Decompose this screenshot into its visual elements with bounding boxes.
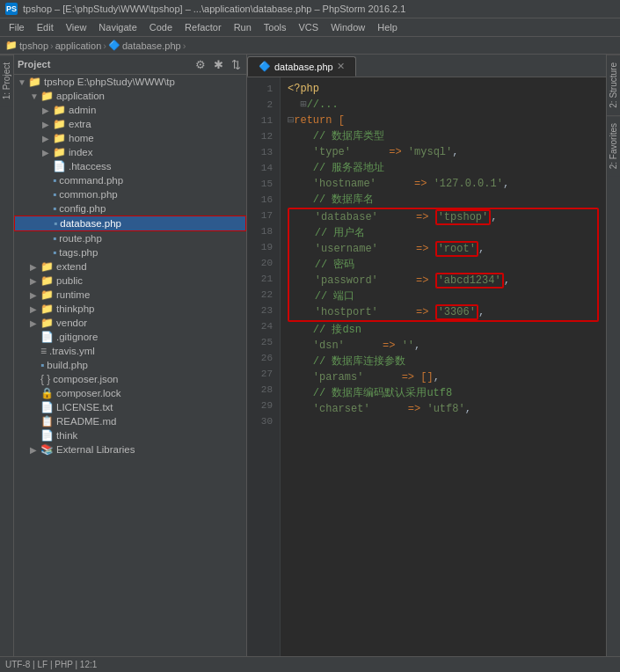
- line-number: 13: [254, 144, 273, 160]
- tree-item[interactable]: ▼📁application: [14, 89, 246, 103]
- tree-item[interactable]: ▶📚External Libraries: [14, 442, 246, 457]
- tree-item[interactable]: ▶📁extra: [14, 117, 246, 131]
- code-line: ⊟return [: [288, 113, 599, 128]
- project-tab-label[interactable]: 1: Project: [0, 55, 13, 106]
- sort-icon[interactable]: ⇅: [229, 57, 243, 71]
- menu-item-code[interactable]: Code: [144, 20, 178, 34]
- tree-item[interactable]: 📄.htaccess: [14, 159, 246, 173]
- arrow-op: =>: [416, 211, 428, 223]
- tree-item[interactable]: 🔒composer.lock: [14, 386, 246, 400]
- tree-item-icon: 📚: [40, 443, 54, 456]
- tree-item[interactable]: ▼📁tpshop E:\phpStudy\WWW\tp: [14, 75, 246, 89]
- arrow-op: =>: [402, 371, 414, 383]
- tree-item[interactable]: ▶📁public: [14, 274, 246, 288]
- tree-item[interactable]: ≡.travis.yml: [14, 344, 246, 358]
- breadcrumb-root[interactable]: tpshop: [19, 40, 48, 51]
- tree-item[interactable]: ▶📁vendor: [14, 316, 246, 330]
- comma: ,: [465, 403, 471, 415]
- tree-item[interactable]: ▶📁index: [14, 145, 246, 159]
- tree-item-label: composer.json: [53, 374, 118, 384]
- return-keyword: return: [294, 114, 332, 127]
- menu-item-file[interactable]: File: [4, 20, 30, 34]
- menu-item-view[interactable]: View: [61, 20, 92, 34]
- tab-close-icon[interactable]: ✕: [337, 61, 345, 72]
- tree-item-icon: 📄: [40, 331, 54, 343]
- line-number: 26: [254, 350, 273, 366]
- breadcrumb-file[interactable]: database.php: [122, 40, 181, 51]
- code-line: ⊞//...: [288, 97, 599, 113]
- tab-database-php[interactable]: 🔷 database.php ✕: [247, 56, 356, 77]
- tree-item[interactable]: { }composer.json: [14, 372, 246, 386]
- tree-item-label: common.php: [59, 189, 117, 200]
- tree-item-label: runtime: [56, 289, 90, 300]
- tree-item-icon: 📁: [40, 90, 54, 102]
- line-number: 28: [254, 382, 273, 398]
- comment-text: // 数据库类型: [313, 130, 385, 142]
- key-string: 'dsn': [313, 340, 345, 352]
- code-editor[interactable]: <?php ⊞//...⊟return [ // 数据库类型 'type' =>…: [281, 77, 606, 656]
- tree-item[interactable]: ▶📁admin: [14, 103, 246, 117]
- string-value: 'mysql': [408, 146, 452, 158]
- code-line: // 密码: [289, 257, 597, 273]
- tree-item-label: index: [69, 147, 93, 157]
- highlighted-value: 'tpshop': [435, 209, 492, 225]
- comma: ,: [434, 371, 440, 383]
- tree-item[interactable]: 📋README.md: [14, 414, 246, 428]
- breadcrumb-folder[interactable]: application: [55, 40, 102, 51]
- tree-item-icon: 🔒: [40, 387, 54, 399]
- tree-item[interactable]: ▶📁extend: [14, 259, 246, 274]
- menu-item-help[interactable]: Help: [372, 20, 403, 34]
- line-number: 27: [254, 366, 273, 382]
- tree-item[interactable]: ▪route.php: [14, 231, 246, 245]
- project-toolbar: Project ⚙ ✱ ⇅: [14, 55, 246, 75]
- tree-item-label: think: [56, 430, 77, 441]
- side-tabs-left: 1: Project: [0, 55, 14, 656]
- menu-item-refactor[interactable]: Refactor: [179, 20, 227, 34]
- tree-item[interactable]: ▪config.php: [14, 201, 246, 215]
- menu-item-window[interactable]: Window: [325, 20, 370, 34]
- line-number: 14: [254, 160, 273, 176]
- tree-item[interactable]: 📄LICENSE.txt: [14, 400, 246, 414]
- menu-item-edit[interactable]: Edit: [32, 20, 59, 34]
- key-string: 'database': [315, 211, 378, 223]
- tree-item[interactable]: ▪tags.php: [14, 245, 246, 259]
- menu-item-vcs[interactable]: VCS: [294, 20, 325, 34]
- comma: ,: [503, 178, 509, 190]
- settings-icon[interactable]: ⚙: [193, 57, 208, 71]
- line-number: 18: [254, 223, 273, 239]
- tree-item-icon: 📁: [53, 118, 66, 130]
- code-line: 'hostport' => '3306',: [289, 304, 597, 320]
- tree-item-label: README.md: [56, 416, 116, 427]
- code-line: 'charset' => 'utf8',: [288, 401, 599, 417]
- tree-item[interactable]: 📄.gitignore: [14, 330, 246, 344]
- comment-text: // 数据库名: [313, 194, 375, 206]
- arrow-op: =>: [416, 274, 428, 287]
- line-number: 19: [254, 239, 273, 255]
- tree-item-label: .gitignore: [56, 332, 98, 342]
- tree-item[interactable]: ▪common.php: [14, 187, 246, 201]
- menu-item-navigate[interactable]: Navigate: [93, 20, 142, 34]
- tree-item[interactable]: ▶📁thinkphp: [14, 302, 246, 316]
- tree-arrow: ▶: [42, 134, 53, 143]
- tree-item-label: .htaccess: [69, 161, 112, 172]
- fold-icon[interactable]: ⊞: [300, 99, 306, 111]
- tree-item-label: thinkphp: [56, 303, 94, 314]
- tree-item[interactable]: ▪database.php: [14, 215, 246, 231]
- code-line: // 端口: [289, 289, 597, 304]
- gear-icon[interactable]: ✱: [211, 57, 225, 71]
- arrow-op: =>: [416, 243, 428, 255]
- structure-tab-label[interactable]: 2: Structure: [607, 55, 620, 115]
- tree-arrow: ▶: [42, 106, 53, 115]
- tree-item[interactable]: ▶📁home: [14, 131, 246, 145]
- tree-item[interactable]: ▶📁runtime: [14, 288, 246, 302]
- tree-item[interactable]: 📄think: [14, 428, 246, 442]
- main-layout: 1: Project Project ⚙ ✱ ⇅ ▼📁tpshop E:\php…: [0, 55, 620, 656]
- menu-item-run[interactable]: Run: [229, 20, 257, 34]
- tab-php-icon: 🔷: [259, 61, 271, 72]
- tree-item[interactable]: ▪command.php: [14, 173, 246, 187]
- favorites-tab-label[interactable]: 2: Favorites: [607, 115, 620, 176]
- menu-item-tools[interactable]: Tools: [259, 20, 292, 34]
- key-string: 'type': [313, 146, 351, 158]
- tree-item[interactable]: ▪build.php: [14, 358, 246, 372]
- comma: ,: [414, 340, 420, 352]
